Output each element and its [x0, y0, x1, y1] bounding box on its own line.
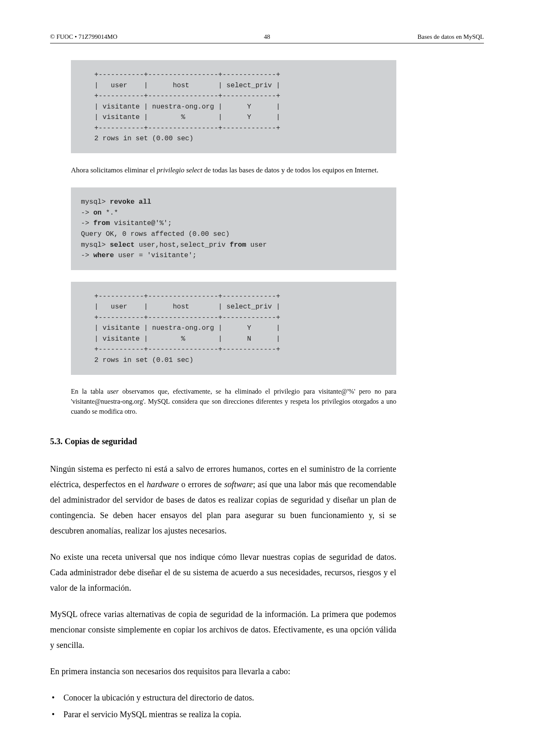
code-line: | visitante | nuestra-ong.org | Y |: [94, 103, 280, 111]
kw: on: [93, 209, 102, 217]
code-line: | visitante | % | N |: [94, 335, 280, 343]
code-line: 2 rows in set (0.00 sec): [94, 134, 194, 142]
text-italic: privilegio select: [157, 166, 202, 174]
header-left: © FUOC • 71Z799014MO: [50, 33, 117, 40]
code-line: +-----------+-----------------+---------…: [94, 314, 280, 321]
paragraph: Ahora solicitamos eliminar el privilegio…: [71, 165, 396, 176]
paragraph: MySQL ofrece varias alternativas de copi…: [50, 607, 396, 653]
code-line: +-----------+-----------------+---------…: [94, 345, 280, 353]
t: user,host,select_priv: [135, 241, 230, 249]
text-italic: software: [224, 480, 253, 489]
code-line: Query OK, 0 rows affected (0.00 sec): [81, 230, 229, 238]
code-line: mysql> revoke all: [81, 198, 151, 206]
t: mysql>: [81, 241, 110, 249]
page-header: © FUOC • 71Z799014MO 48 Bases de datos e…: [50, 33, 484, 43]
paragraph: En primera instancia son necesarios dos …: [50, 664, 396, 679]
text: observamos que, efectivamente, se ha eli…: [71, 388, 396, 415]
text-italic: hardware: [147, 480, 179, 489]
paragraph: Ningún sistema es perfecto ni está a sal…: [50, 461, 396, 539]
t: ->: [81, 251, 93, 259]
page-number: 48: [264, 33, 270, 40]
kw: where: [93, 251, 114, 259]
code-block-3: +-----------+-----------------+---------…: [71, 282, 396, 375]
header-right: Bases de datos en MySQL: [418, 33, 484, 40]
paragraph: No existe una receta universal que nos i…: [50, 549, 396, 596]
code-line: -> where user = 'visitante';: [81, 251, 196, 259]
page: © FUOC • 71Z799014MO 48 Bases de datos e…: [0, 0, 534, 756]
code-line: -> on *.*: [81, 209, 118, 217]
code-line: +-----------+-----------------+---------…: [94, 292, 280, 300]
bullet-list: Conocer la ubicación y estructura del di…: [50, 690, 396, 722]
list-item: Parar el servicio MySQL mientras se real…: [50, 707, 396, 722]
text: Ahora solicitamos eliminar el: [71, 166, 157, 174]
code-block-1: +-----------+-----------------+---------…: [71, 60, 396, 153]
kw: from: [229, 241, 246, 249]
kw: from: [93, 219, 110, 227]
t: *.*: [102, 209, 118, 217]
text: o errores de: [179, 480, 224, 489]
t: visitante@'%';: [110, 219, 172, 227]
text: de todas las bases de datos y de todos l…: [202, 166, 378, 174]
main-content: +-----------+-----------------+---------…: [71, 60, 396, 722]
code-line: +-----------+-----------------+---------…: [94, 71, 280, 78]
paragraph: En la tabla user observamos que, efectiv…: [71, 387, 396, 417]
t: mysql>: [81, 198, 110, 206]
list-item: Conocer la ubicación y estructura del di…: [50, 690, 396, 705]
code-block-2: mysql> revoke all -> on *.* -> from visi…: [71, 187, 396, 270]
code-line: +-----------+-----------------+---------…: [94, 124, 280, 132]
kw: revoke all: [110, 198, 151, 206]
section-heading: 5.3. Copias de seguridad: [50, 437, 396, 446]
code-line: | user | host | select_priv |: [94, 303, 280, 311]
t: user = 'visitante';: [114, 251, 196, 259]
code-line: | visitante | nuestra-ong.org | Y |: [94, 324, 280, 332]
text-italic: user: [107, 388, 119, 395]
code-line: | visitante | % | Y |: [94, 113, 280, 121]
t: ->: [81, 209, 93, 217]
code-line: 2 rows in set (0.01 sec): [94, 356, 194, 364]
code-line: | user | host | select_priv |: [94, 81, 280, 89]
code-line: mysql> select user,host,select_priv from…: [81, 241, 267, 249]
t: ->: [81, 219, 93, 227]
full-width-section: 5.3. Copias de seguridad Ningún sistema …: [50, 437, 396, 722]
code-line: -> from visitante@'%';: [81, 219, 172, 227]
t: user: [246, 241, 267, 249]
kw: select: [110, 241, 134, 249]
text: En la tabla: [71, 388, 107, 395]
code-line: +-----------+-----------------+---------…: [94, 92, 280, 100]
